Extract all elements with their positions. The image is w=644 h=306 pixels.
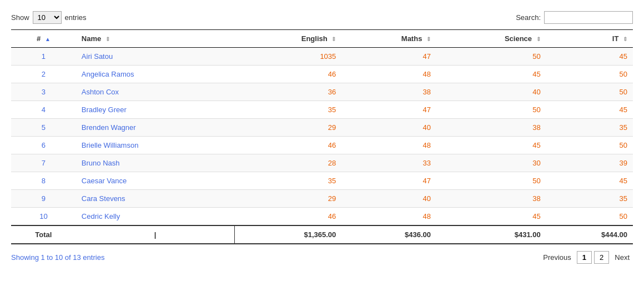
footer-total-label: Total	[11, 225, 76, 244]
col-header-science[interactable]: Science ⇕	[436, 30, 546, 48]
cell-it: 50	[546, 83, 633, 101]
cell-it: 45	[546, 172, 633, 190]
footer-science-total: $431.00	[436, 225, 546, 244]
next-button[interactable]: Next	[611, 252, 633, 263]
search-input[interactable]	[544, 11, 633, 24]
cell-science: 50	[436, 101, 546, 119]
search-label: Search:	[516, 13, 541, 22]
cell-english: 28	[235, 154, 342, 172]
cell-name: Bruno Nash	[76, 154, 235, 172]
cell-name: Cara Stevens	[76, 190, 235, 208]
cell-science: 30	[436, 154, 546, 172]
cell-maths: 48	[341, 66, 436, 83]
show-entries: Show 10 25 50 100 entries	[11, 11, 87, 24]
cell-it: 35	[546, 190, 633, 208]
cell-num: 9	[11, 190, 76, 208]
pagination: Previous 1 2 Next	[540, 251, 633, 264]
cell-num: 10	[11, 208, 76, 226]
cell-science: 45	[436, 208, 546, 226]
table-row: 9Cara Stevens29403835	[11, 190, 633, 208]
table-row: 6Brielle Williamson46484550	[11, 137, 633, 154]
cell-maths: 47	[341, 48, 436, 66]
col-header-english[interactable]: English ⇕	[235, 30, 342, 48]
cell-english: 29	[235, 119, 342, 137]
cell-name: Brenden Wagner	[76, 119, 235, 137]
cell-it: 50	[546, 137, 633, 154]
cell-num: 7	[11, 154, 76, 172]
cell-science: 45	[436, 137, 546, 154]
cell-name: Angelica Ramos	[76, 66, 235, 83]
table-footer: Total | $1,365.00 $436.00 $431.00 $444.0…	[11, 225, 633, 244]
table-body: 1Airi Satou10354750452Angelica Ramos4648…	[11, 48, 633, 226]
col-header-name[interactable]: Name ⇕	[76, 30, 235, 48]
cell-name: Ashton Cox	[76, 83, 235, 101]
entries-select[interactable]: 10 25 50 100	[33, 11, 62, 24]
cell-name: Cedric Kelly	[76, 208, 235, 226]
cell-num: 5	[11, 119, 76, 137]
cell-maths: 47	[341, 101, 436, 119]
cell-it: 50	[546, 66, 633, 83]
cell-it: 50	[546, 208, 633, 226]
sort-icon-english: ⇕	[331, 36, 336, 42]
cell-science: 50	[436, 48, 546, 66]
cell-english: 46	[235, 66, 342, 83]
cell-maths: 48	[341, 208, 436, 226]
sort-icon-num: ▲	[45, 36, 51, 42]
cell-it: 39	[546, 154, 633, 172]
cell-name: Bradley Greer	[76, 101, 235, 119]
cell-num: 6	[11, 137, 76, 154]
cell-maths: 48	[341, 137, 436, 154]
cell-science: 50	[436, 172, 546, 190]
cell-maths: 33	[341, 154, 436, 172]
table-row: 5Brenden Wagner29403835	[11, 119, 633, 137]
previous-button[interactable]: Previous	[540, 252, 575, 263]
col-header-num[interactable]: # ▲	[11, 30, 76, 48]
footer-english-total: $1,365.00	[235, 225, 342, 244]
page-button-1[interactable]: 1	[577, 251, 592, 264]
bottom-controls: Showing 1 to 10 of 13 entries Previous 1…	[11, 251, 633, 264]
col-header-it[interactable]: IT ⇕	[546, 30, 633, 48]
sort-icon-name: ⇕	[105, 36, 110, 42]
cell-it: 45	[546, 48, 633, 66]
cell-english: 29	[235, 190, 342, 208]
cell-maths: 47	[341, 172, 436, 190]
page-button-2[interactable]: 2	[594, 251, 609, 264]
table-row: 4Bradley Greer35475045	[11, 101, 633, 119]
cell-name: Brielle Williamson	[76, 137, 235, 154]
sort-icon-maths: ⇕	[426, 36, 431, 42]
sort-icon-science: ⇕	[536, 36, 541, 42]
cell-maths: 40	[341, 119, 436, 137]
cell-science: 45	[436, 66, 546, 83]
cell-english: 46	[235, 208, 342, 226]
cell-it: 45	[546, 101, 633, 119]
sort-icon-it: ⇕	[623, 36, 627, 42]
cell-english: 46	[235, 137, 342, 154]
cell-it: 35	[546, 119, 633, 137]
search-box: Search:	[516, 11, 633, 24]
cell-english: 1035	[235, 48, 342, 66]
cell-num: 2	[11, 66, 76, 83]
cell-english: 35	[235, 101, 342, 119]
table-row: 7Bruno Nash28333039	[11, 154, 633, 172]
cell-maths: 40	[341, 190, 436, 208]
showing-info: Showing 1 to 10 of 13 entries	[11, 253, 104, 262]
show-label: Show	[11, 13, 29, 22]
entries-label: entries	[65, 13, 87, 22]
cell-science: 38	[436, 119, 546, 137]
cell-english: 36	[235, 83, 342, 101]
cell-science: 40	[436, 83, 546, 101]
table-row: 1Airi Satou1035475045	[11, 48, 633, 66]
cell-name: Caesar Vance	[76, 172, 235, 190]
top-controls: Show 10 25 50 100 entries Search:	[11, 11, 633, 24]
footer-maths-total: $436.00	[341, 225, 436, 244]
cell-name: Airi Satou	[76, 48, 235, 66]
col-header-maths[interactable]: Maths ⇕	[341, 30, 436, 48]
footer-sep: |	[76, 225, 235, 244]
table-row: 8Caesar Vance35475045	[11, 172, 633, 190]
footer-it-total: $444.00	[546, 225, 633, 244]
cell-maths: 38	[341, 83, 436, 101]
cell-science: 38	[436, 190, 546, 208]
cell-english: 35	[235, 172, 342, 190]
cell-num: 8	[11, 172, 76, 190]
table-row: 10Cedric Kelly46484550	[11, 208, 633, 226]
